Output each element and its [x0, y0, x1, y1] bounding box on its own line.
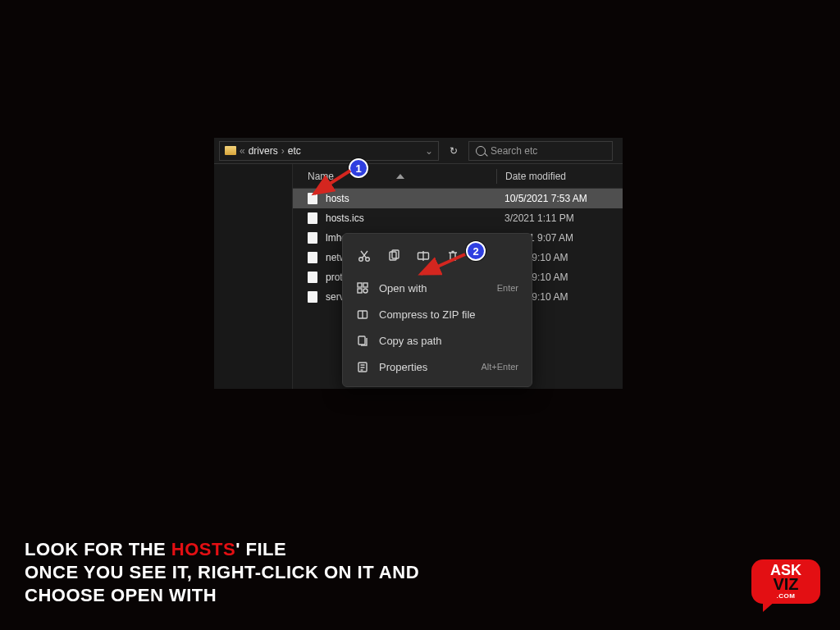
svg-rect-10 — [358, 336, 365, 345]
caption-text: ONCE YOU SEE IT, RIGHT-CLICK ON IT AND — [25, 561, 419, 584]
caption-text: LOOK FOR THE — [25, 539, 171, 559]
menu-label: Copy as path — [379, 335, 518, 347]
file-icon — [308, 232, 317, 244]
file-icon — [308, 252, 317, 263]
menu-accel: Alt+Enter — [481, 362, 518, 372]
file-icon — [308, 193, 317, 204]
sort-ascending-icon — [396, 174, 404, 179]
file-icon — [308, 272, 317, 283]
context-quick-actions — [348, 240, 527, 275]
menu-label: Open with — [379, 282, 487, 294]
logo-line2: VIZ — [773, 577, 798, 591]
refresh-button[interactable]: ↻ — [444, 141, 463, 161]
column-date[interactable]: Date modified — [505, 171, 566, 182]
file-name: hosts.ics — [326, 212, 504, 224]
search-placeholder: Search etc — [491, 145, 537, 157]
context-menu: Open with Enter Compress to ZIP file Cop… — [342, 233, 532, 387]
column-name[interactable]: Name — [308, 171, 334, 182]
file-date: 3/2021 1:11 PM — [504, 212, 574, 224]
instruction-caption: LOOK FOR THE HOSTS' FILE ONCE YOU SEE IT… — [25, 538, 419, 607]
nav-pane — [214, 164, 293, 389]
svg-point-8 — [363, 289, 368, 293]
breadcrumb-seg-drivers[interactable]: drivers — [249, 145, 278, 157]
scissors-icon — [358, 249, 371, 262]
breadcrumb-separator: › — [281, 145, 285, 157]
copy-path-icon — [356, 335, 369, 346]
zip-icon — [356, 308, 369, 320]
breadcrumb-seg-etc[interactable]: etc — [288, 145, 301, 157]
file-icon — [308, 212, 317, 224]
menu-compress-zip[interactable]: Compress to ZIP file — [348, 301, 527, 327]
rename-icon — [417, 249, 430, 262]
trash-icon — [446, 249, 459, 262]
menu-copy-as-path[interactable]: Copy as path — [348, 327, 527, 354]
annotation-step-2: 2 — [466, 241, 486, 261]
menu-properties[interactable]: Properties Alt+Enter — [348, 354, 527, 380]
caption-text: ' FILE — [235, 539, 286, 559]
properties-icon — [356, 361, 369, 372]
caption-highlight: HOSTS — [171, 539, 235, 559]
rename-button[interactable] — [410, 244, 436, 268]
annotation-step-1: 1 — [349, 158, 368, 178]
column-divider[interactable] — [496, 169, 497, 184]
file-icon — [308, 291, 317, 303]
folder-icon — [225, 146, 236, 155]
breadcrumb-box[interactable]: « drivers › etc ⌄ — [219, 141, 439, 161]
breadcrumb-prefix: « — [240, 145, 245, 157]
history-dropdown-icon[interactable]: ⌄ — [425, 145, 433, 157]
search-icon — [476, 146, 486, 156]
copy-button[interactable] — [381, 244, 407, 268]
refresh-icon: ↻ — [450, 145, 458, 157]
column-headers: Name Date modified — [293, 164, 623, 189]
svg-rect-5 — [358, 283, 362, 287]
copy-icon — [387, 249, 400, 262]
askviz-logo: ASK VIZ .COM — [751, 559, 820, 612]
menu-accel: Enter — [497, 283, 518, 293]
file-date: 10/5/2021 7:53 AM — [504, 193, 587, 204]
svg-rect-6 — [363, 283, 368, 287]
logo-line3: .COM — [777, 592, 796, 600]
caption-text: CHOOSE OPEN WITH — [25, 584, 419, 607]
menu-open-with[interactable]: Open with Enter — [348, 275, 527, 301]
file-row-hosts[interactable]: hosts 10/5/2021 7:53 AM — [293, 189, 623, 208]
open-with-icon — [356, 282, 369, 294]
svg-rect-7 — [358, 289, 362, 293]
file-name: hosts — [326, 193, 504, 204]
search-input[interactable]: Search etc — [468, 141, 613, 161]
delete-button[interactable] — [440, 244, 466, 268]
address-bar: « drivers › etc ⌄ ↻ Search etc — [214, 138, 623, 164]
file-row[interactable]: hosts.ics 3/2021 1:11 PM — [293, 208, 623, 228]
menu-label: Compress to ZIP file — [379, 308, 518, 321]
menu-label: Properties — [379, 361, 471, 373]
cut-button[interactable] — [351, 244, 377, 268]
